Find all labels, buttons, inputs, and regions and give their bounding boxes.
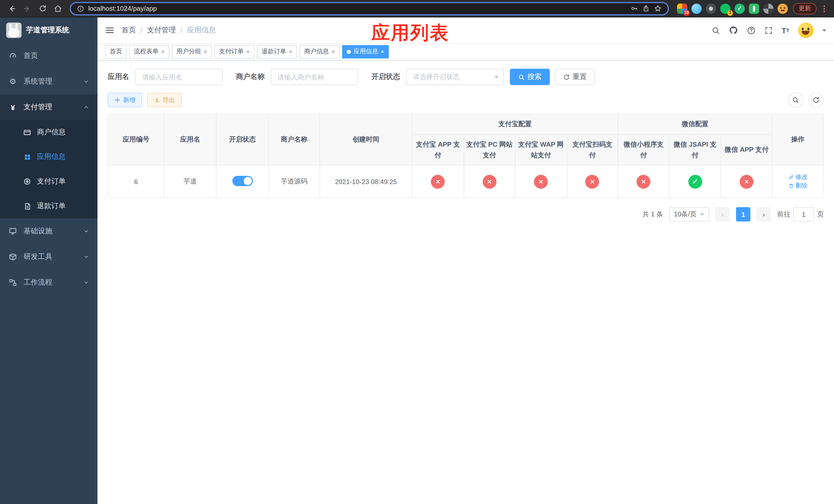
password-key-icon[interactable] <box>630 5 638 12</box>
export-button[interactable]: 导出 <box>147 93 181 107</box>
edit-link-label: 修改 <box>795 173 808 182</box>
close-icon[interactable]: × <box>289 48 292 54</box>
close-icon[interactable]: × <box>380 48 384 54</box>
refresh-table-button[interactable] <box>808 92 824 108</box>
extension-icon-7[interactable] <box>763 3 773 14</box>
add-button[interactable]: 新增 <box>108 93 142 107</box>
browser-menu-icon[interactable]: ⋮ <box>820 4 829 13</box>
extension-icon-3[interactable] <box>706 3 716 14</box>
back-icon[interactable] <box>5 2 19 15</box>
sidebar-item-system[interactable]: ⚙ 系统管理 <box>0 69 97 94</box>
goto-page: 前往 页 <box>777 207 824 222</box>
sidebar-item-workflow[interactable]: 工作流程 <box>0 270 97 295</box>
tab-payment-order[interactable]: 支付订单 × <box>214 45 255 58</box>
search-icon[interactable] <box>711 26 720 35</box>
cell-create-time: 2021-10-23 08:49:25 <box>320 166 412 198</box>
user-avatar[interactable] <box>798 23 813 38</box>
col-status: 开启状态 <box>216 114 268 166</box>
tab-refund-order[interactable]: 退款订单 × <box>257 45 297 58</box>
tab-process-form[interactable]: 流程表单 × <box>129 45 169 58</box>
avatar-caret-icon[interactable] <box>822 29 826 31</box>
tab-label: 应用信息 <box>353 47 378 56</box>
page-content: 应用名 商户名称 开启状态 请选择开启状态 搜索 重置 <box>97 61 834 504</box>
extension-badge: 1 <box>727 10 733 16</box>
edit-link[interactable]: 修改 <box>788 173 808 182</box>
workflow-icon <box>8 278 18 287</box>
merchant-name-input[interactable] <box>271 69 358 85</box>
tab-label: 商户信息 <box>304 47 329 56</box>
font-size-icon[interactable]: TT <box>782 26 789 35</box>
tab-merchant-info[interactable]: 商户信息 × <box>300 45 339 58</box>
bookmark-star-icon[interactable] <box>654 5 662 12</box>
close-icon[interactable]: × <box>204 48 207 54</box>
sidebar-item-merchant-info[interactable]: 商户信息 <box>0 120 97 144</box>
breadcrumb-separator: / <box>180 26 182 35</box>
sidebar-fold-icon[interactable] <box>105 26 114 35</box>
status-select[interactable]: 请选择开启状态 <box>406 69 504 85</box>
app-window: 芋道管理系统 首页 ⚙ 系统管理 ¥ 支付管理 <box>0 18 834 504</box>
sidebar-item-refund-order[interactable]: 退款订单 <box>0 194 97 219</box>
extension-icon-2[interactable] <box>692 3 702 14</box>
search-button[interactable]: 搜索 <box>510 69 550 85</box>
delete-link-label: 删除 <box>795 182 808 190</box>
extension-icon-6[interactable] <box>749 3 759 14</box>
extension-icon-4[interactable]: 1 <box>720 3 730 14</box>
chevron-down-icon <box>700 213 704 216</box>
delete-link[interactable]: 删除 <box>788 182 808 190</box>
cell-alipay-wap <box>515 166 567 198</box>
prev-page-button[interactable]: ‹ <box>716 207 730 222</box>
browser-profile-avatar[interactable] <box>777 3 788 14</box>
payment-order-icon <box>23 177 32 186</box>
fullscreen-icon[interactable] <box>764 26 773 35</box>
tab-user-group[interactable]: 用户分组 × <box>172 45 212 58</box>
sidebar-item-devtools[interactable]: 研发工具 <box>0 244 97 270</box>
reload-icon[interactable] <box>36 2 49 15</box>
page-annotation-title: 应用列表 <box>371 21 449 46</box>
share-icon[interactable] <box>642 5 650 12</box>
col-wechat-app: 微信 APP 支付 <box>721 135 772 166</box>
browser-update-button[interactable]: 更新 <box>793 3 816 14</box>
sidebar-item-app-info[interactable]: 应用信息 <box>0 144 97 169</box>
col-alipay-qr: 支付宝扫码支付 <box>567 135 618 166</box>
cell-app-id: 6 <box>108 166 164 198</box>
tab-app-info-active[interactable]: 应用信息 × <box>342 45 389 58</box>
close-icon[interactable]: × <box>246 48 250 54</box>
app-logo: 芋道管理系统 <box>0 18 97 43</box>
pagination: 共 1 条 10条/页 ‹ 1 › 前往 页 <box>108 207 824 222</box>
extension-icon-5[interactable]: ✓ <box>734 3 745 14</box>
close-icon[interactable]: × <box>331 48 335 54</box>
export-button-label: 导出 <box>162 96 175 104</box>
app-name-input[interactable] <box>135 69 223 85</box>
breadcrumb-payment[interactable]: 支付管理 <box>147 26 176 35</box>
extension-icon-1[interactable]: 10 <box>677 3 687 14</box>
close-icon[interactable]: × <box>161 48 164 54</box>
goto-page-input[interactable] <box>793 207 814 222</box>
sidebar-item-home[interactable]: 首页 <box>0 43 97 69</box>
table-row: 6 芋道 芋道源码 2021-10-23 08:49:25 <box>108 166 824 198</box>
next-page-button[interactable]: › <box>756 207 771 222</box>
page-number-1[interactable]: 1 <box>736 207 750 222</box>
status-toggle[interactable] <box>232 176 253 186</box>
reset-button[interactable]: 重置 <box>555 69 595 85</box>
sidebar-item-label: 工作流程 <box>24 278 77 287</box>
page-size-select[interactable]: 10条/页 <box>670 207 709 222</box>
status-select-placeholder: 请选择开启状态 <box>413 72 460 82</box>
sidebar: 芋道管理系统 首页 ⚙ 系统管理 ¥ 支付管理 <box>0 18 97 504</box>
sidebar-item-payment[interactable]: ¥ 支付管理 <box>0 94 97 120</box>
tab-home[interactable]: 首页 <box>105 45 127 58</box>
sidebar-item-payment-order[interactable]: 支付订单 <box>0 169 97 194</box>
home-icon[interactable] <box>51 2 65 15</box>
github-icon[interactable] <box>729 26 738 35</box>
tab-label: 首页 <box>110 47 122 56</box>
breadcrumb-home[interactable]: 首页 <box>122 26 136 35</box>
forward-icon[interactable] <box>21 2 34 15</box>
monitor-icon <box>8 227 18 235</box>
url-text[interactable]: localhost:1024/pay/app <box>88 5 626 12</box>
cell-actions: 修改 删除 <box>772 166 824 198</box>
site-info-icon[interactable] <box>77 5 84 12</box>
address-bar[interactable]: localhost:1024/pay/app <box>70 2 669 15</box>
screen: localhost:1024/pay/app 10 1 ✓ <box>0 0 834 504</box>
help-icon[interactable] <box>747 26 755 35</box>
sidebar-item-infrastructure[interactable]: 基础设施 <box>0 219 97 244</box>
toggle-search-button[interactable] <box>788 92 803 108</box>
